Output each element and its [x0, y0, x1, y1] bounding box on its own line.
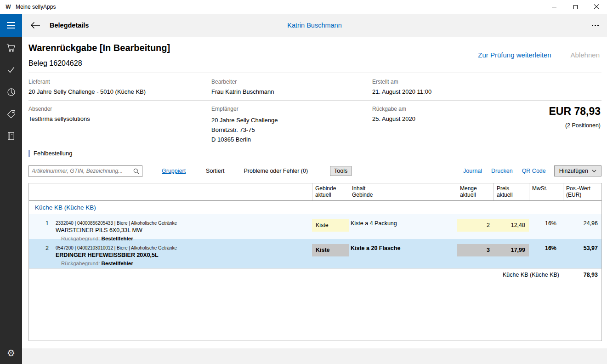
sidebar-item-tasks[interactable] — [0, 59, 22, 81]
preis-field[interactable]: 12,48 — [494, 219, 529, 232]
field-label-rueckgabe-am: Rückgabe am — [372, 106, 406, 112]
print-link[interactable]: Drucken — [491, 168, 513, 174]
close-button[interactable] — [586, 0, 607, 14]
toolbar-right: Journal Drucken QR Code Hinzufügen — [454, 165, 601, 176]
col-menge-aktuell: Mengeaktuell — [457, 183, 494, 200]
tag-label: Fehlbestellung — [34, 150, 73, 157]
sidebar-item-cart[interactable] — [0, 37, 22, 59]
cell-gebinde: Kiste — [312, 239, 349, 268]
cell-inhalt: Kiste a 4 Packung — [349, 214, 457, 242]
menge-field[interactable]: 3 — [457, 244, 494, 256]
cell-preis: 12,48 — [494, 214, 529, 242]
reject-button[interactable]: Ablehnen — [571, 51, 600, 59]
field-label-absender: Absender — [28, 106, 52, 112]
menge-field[interactable]: 2 — [457, 219, 494, 232]
hamburger-icon — [7, 22, 15, 28]
group-summary-row: Küche KB (Küche KB) 78,93 — [29, 268, 601, 281]
sidebar-item-settings[interactable]: ⚙ — [0, 342, 22, 364]
summary-label: Küche KB (Küche KB) — [29, 272, 563, 278]
minimize-button[interactable] — [544, 0, 565, 14]
col-inhalt-gebinde: InhaltGebinde — [349, 183, 457, 200]
document-title: Warenrückgabe [In Bearbeitung] — [28, 43, 170, 53]
more-icon — [592, 25, 593, 26]
cell-menge: 3 — [457, 239, 494, 268]
page-header: Belegdetails Katrin Buschmann — [22, 14, 607, 37]
field-value-empfaenger: 20 Jahre Selly Challenge Bornitzstr. 73-… — [211, 115, 278, 144]
return-reason: Rückgabegrund: Bestellfehler — [56, 260, 312, 267]
gear-icon: ⚙ — [7, 348, 15, 358]
journal-link[interactable]: Journal — [463, 168, 482, 174]
field-label-bearbeiter: Bearbeiter — [211, 79, 237, 85]
gebinde-field[interactable]: Kiste — [312, 219, 349, 232]
sidebar-item-prices[interactable] — [0, 103, 22, 125]
cell-pos-wert: 24,96 — [563, 214, 601, 242]
sidebar-item-reports[interactable] — [0, 81, 22, 103]
minimize-icon — [552, 7, 556, 7]
checkmark-icon — [6, 65, 16, 74]
field-label-lieferant: Lieferant — [28, 79, 50, 85]
row-number: 2 — [29, 239, 52, 268]
window-controls — [544, 0, 607, 14]
document-total: EUR 78,93 — [549, 105, 601, 118]
window-title: Meine sellyApps — [16, 4, 56, 10]
search-box — [28, 165, 142, 177]
divider — [28, 73, 601, 73]
field-value-erstellt-am: 21. August 2020 11:00 — [372, 88, 431, 95]
search-input[interactable] — [32, 168, 133, 174]
tools-button[interactable]: Tools — [330, 166, 352, 176]
grouped-toggle[interactable]: Gruppiert — [162, 168, 186, 174]
maximize-icon — [573, 5, 578, 9]
article-description: 2332040 | 04000856205433 | Biere | Alkoh… — [52, 214, 312, 242]
article-name: WARSTEINER PILS 6X0,33L MW — [56, 227, 312, 234]
add-button[interactable]: Hinzufügen — [554, 165, 601, 176]
chevron-down-icon — [592, 170, 596, 172]
back-arrow-icon — [30, 22, 40, 29]
cell-mwst: 16% — [529, 214, 563, 242]
table-header-row: Gebindeaktuell InhaltGebinde Mengeaktuel… — [29, 183, 601, 201]
cell-gebinde: Kiste — [312, 214, 349, 242]
sidebar-spacer — [0, 147, 22, 342]
app-logo-icon: W — [5, 4, 12, 10]
cell-mwst: 16% — [529, 239, 563, 268]
preis-field[interactable]: 17,99 — [494, 244, 529, 256]
back-button[interactable] — [28, 17, 43, 33]
cart-icon — [6, 43, 16, 53]
sidebar: ⚙ — [0, 14, 22, 364]
cell-inhalt: Kiste a 20 Flasche — [349, 239, 457, 268]
col-gebinde-aktuell: Gebindeaktuell — [312, 183, 349, 200]
maximize-button[interactable] — [565, 0, 586, 14]
cell-menge: 2 — [457, 214, 494, 242]
positions-count: (2 Positionen) — [565, 122, 601, 129]
document-number: Beleg 16204628 — [28, 59, 82, 68]
problems-filter[interactable]: Probleme oder Fehler (0) — [244, 168, 308, 174]
col-pos-wert: Pos.-Wert(EUR) — [563, 183, 601, 200]
header-user[interactable]: Katrin Buschmann — [287, 22, 341, 29]
titlebar: W Meine sellyApps — [0, 0, 607, 14]
field-value-rueckgabe-am: 25. August 2020 — [372, 115, 415, 122]
close-icon — [594, 4, 599, 10]
field-label-erstellt-am: Erstellt am — [372, 79, 398, 85]
cell-pos-wert: 53,97 — [563, 239, 601, 268]
forward-for-review-button[interactable]: Zur Prüfung weiterleiten — [478, 51, 551, 59]
sidebar-item-journal[interactable] — [0, 125, 22, 147]
gebinde-field[interactable]: Kiste — [312, 244, 349, 256]
col-description — [52, 183, 312, 200]
qr-code-link[interactable]: QR Code — [522, 168, 546, 174]
article-description: 0547200 | 04002103010012 | Biere | Alkoh… — [52, 239, 312, 268]
sorted-toggle[interactable]: Sortiert — [206, 168, 224, 174]
positions-toolbar: Gruppiert Sortiert Probleme oder Fehler … — [28, 165, 601, 177]
page-title: Belegdetails — [50, 22, 89, 29]
article-meta: 2332040 | 04000856205433 | Biere | Alkoh… — [56, 220, 312, 226]
row-number: 1 — [29, 214, 52, 242]
field-value-bearbeiter: Frau Katrin Buschmann — [211, 88, 274, 95]
col-preis-aktuell: Preisaktuell — [494, 183, 529, 200]
group-header-row[interactable]: Küche KB (Küche KB) — [29, 201, 601, 214]
col-number — [29, 183, 52, 200]
group-header-label: Küche KB (Küche KB) — [29, 201, 601, 214]
table-row[interactable]: 1 2332040 | 04000856205433 | Biere | Alk… — [29, 214, 601, 239]
menu-button[interactable] — [0, 14, 22, 37]
field-value-lieferant: 20 Jahre Selly Challenge - 5010 (Küche K… — [28, 88, 146, 95]
more-button[interactable] — [592, 18, 599, 32]
table-row-selected[interactable]: 2 0547200 | 04002103010012 | Biere | Alk… — [29, 239, 601, 268]
article-meta: 0547200 | 04002103010012 | Biere | Alkoh… — [56, 245, 312, 251]
